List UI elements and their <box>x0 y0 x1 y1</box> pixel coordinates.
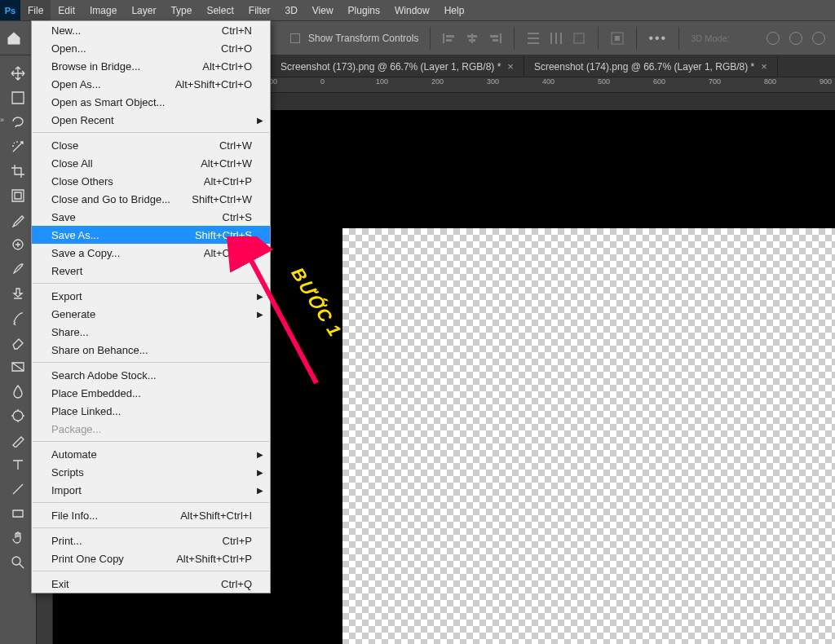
3d-pan-icon[interactable] <box>789 32 802 45</box>
more-icon[interactable]: ••• <box>648 31 667 46</box>
tool-stamp[interactable] <box>6 282 30 304</box>
align-to-icon[interactable] <box>610 31 625 46</box>
menu-item-generate[interactable]: Generate▶ <box>32 305 270 323</box>
svg-rect-14 <box>560 33 562 44</box>
close-icon[interactable]: × <box>761 60 767 73</box>
tool-marquee[interactable] <box>6 86 30 108</box>
tool-gradient[interactable] <box>6 355 30 377</box>
menu-item-close-all[interactable]: Close AllAlt+Ctrl+W <box>32 154 270 172</box>
submenu-arrow-icon: ▶ <box>257 116 263 125</box>
menu-item-close-others[interactable]: Close OthersAlt+Ctrl+P <box>32 172 270 190</box>
menu-item-save[interactable]: SaveCtrl+S <box>32 208 270 226</box>
home-icon[interactable] <box>6 30 22 46</box>
tool-crop[interactable] <box>6 160 30 182</box>
expand-icon[interactable]: » <box>0 116 8 124</box>
align-center-icon[interactable] <box>465 31 479 46</box>
menu-item-open[interactable]: Open...Ctrl+O <box>32 39 270 57</box>
menu-edit[interactable]: Edit <box>51 0 82 20</box>
tool-wand[interactable] <box>6 135 30 157</box>
svg-rect-10 <box>528 37 539 39</box>
tool-move[interactable] <box>6 62 30 84</box>
menu-item-browse-in-bridge[interactable]: Browse in Bridge...Alt+Ctrl+O <box>32 57 270 75</box>
menu-item-label: Open As... <box>51 78 101 90</box>
distribute-icon[interactable] <box>526 31 541 46</box>
menu-item-open-as[interactable]: Open As...Alt+Shift+Ctrl+O <box>32 75 270 93</box>
distribute-v-icon[interactable] <box>572 31 586 46</box>
3d-slide-icon[interactable] <box>812 32 825 45</box>
menu-item-file-info[interactable]: File Info...Alt+Shift+Ctrl+I <box>32 506 270 524</box>
svg-rect-0 <box>443 33 444 43</box>
svg-rect-6 <box>500 33 501 43</box>
menu-item-exit[interactable]: ExitCtrl+Q <box>32 575 270 593</box>
menu-3d[interactable]: 3D <box>277 0 304 20</box>
align-right-icon[interactable] <box>488 31 502 46</box>
menu-item-shortcut: Ctrl+W <box>219 139 252 152</box>
document-tab[interactable]: Screenshot (173).png @ 66.7% (Layer 1, R… <box>271 56 524 77</box>
menu-item-label: Open Recent <box>51 114 114 126</box>
menu-item-search-adobe-stock[interactable]: Search Adobe Stock... <box>32 366 270 384</box>
menu-item-shortcut: Shift+Ctrl+W <box>192 193 252 205</box>
menu-item-export[interactable]: Export▶ <box>32 287 270 305</box>
tool-eraser[interactable] <box>6 331 30 353</box>
menu-layer[interactable]: Layer <box>124 0 163 20</box>
menu-item-share[interactable]: Share... <box>32 323 270 341</box>
align-left-icon[interactable] <box>442 31 457 46</box>
menu-item-print[interactable]: Print...Ctrl+P <box>32 532 270 549</box>
menu-item-save-as[interactable]: Save As...Shift+Ctrl+S <box>32 226 270 244</box>
ruler-tick: 900 <box>820 77 832 86</box>
menu-item-scripts[interactable]: Scripts▶ <box>32 463 270 481</box>
menu-file[interactable]: File <box>20 0 51 20</box>
menu-item-close-and-go-to-bridge[interactable]: Close and Go to Bridge...Shift+Ctrl+W <box>32 190 270 208</box>
tool-type[interactable] <box>6 453 30 475</box>
menu-item-label: Share on Behance... <box>51 344 148 356</box>
tool-brush[interactable] <box>6 258 30 280</box>
menu-item-close[interactable]: CloseCtrl+W <box>32 136 270 154</box>
file-menu-dropdown: New...Ctrl+NOpen...Ctrl+OBrowse in Bridg… <box>31 20 271 593</box>
menu-item-label: Share... <box>51 326 89 338</box>
menu-item-label: Scripts <box>51 466 84 479</box>
tool-history[interactable] <box>6 307 30 329</box>
tool-heal[interactable] <box>6 233 30 255</box>
distribute-h-icon[interactable] <box>549 31 563 46</box>
tool-hand[interactable] <box>6 527 30 549</box>
tool-path[interactable] <box>6 478 30 500</box>
menu-window[interactable]: Window <box>387 0 437 20</box>
menu-item-new[interactable]: New...Ctrl+N <box>32 21 270 39</box>
menu-filter[interactable]: Filter <box>241 0 278 20</box>
tool-dodge[interactable] <box>6 404 30 426</box>
menu-item-label: Print One Copy <box>51 553 124 565</box>
tool-pen[interactable] <box>6 429 30 451</box>
menu-image[interactable]: Image <box>82 0 124 20</box>
menu-item-place-embedded[interactable]: Place Embedded... <box>32 384 270 402</box>
menu-view[interactable]: View <box>305 0 341 20</box>
submenu-arrow-icon: ▶ <box>257 310 263 319</box>
menu-item-revert[interactable]: Revert <box>32 262 270 280</box>
menu-item-automate[interactable]: Automate▶ <box>32 445 270 463</box>
tool-eyedropper[interactable] <box>6 209 30 231</box>
menu-item-label: Place Linked... <box>51 405 121 417</box>
menu-item-open-recent[interactable]: Open Recent▶ <box>32 111 270 129</box>
menu-item-import[interactable]: Import▶ <box>32 481 270 499</box>
tool-zoom[interactable] <box>6 551 30 573</box>
menu-item-save-a-copy[interactable]: Save a Copy...Alt+Ctrl+S <box>32 244 270 262</box>
3d-orbit-icon[interactable] <box>767 32 780 45</box>
divider <box>514 27 515 50</box>
tool-frame[interactable] <box>6 184 30 206</box>
menu-item-print-one-copy[interactable]: Print One CopyAlt+Shift+Ctrl+P <box>32 549 270 567</box>
menu-item-place-linked[interactable]: Place Linked... <box>32 402 270 420</box>
auto-select-checkbox[interactable] <box>290 33 300 43</box>
menu-item-open-as-smart-object[interactable]: Open as Smart Object... <box>32 93 270 111</box>
menu-item-share-on-behance[interactable]: Share on Behance... <box>32 341 270 359</box>
divider <box>430 27 431 50</box>
canvas[interactable] <box>342 228 835 644</box>
tool-rectangle[interactable] <box>6 502 30 524</box>
menu-select[interactable]: Select <box>199 0 241 20</box>
ruler-tick: 500 <box>598 77 610 86</box>
menu-help[interactable]: Help <box>437 0 472 20</box>
menu-plugins[interactable]: Plugins <box>341 0 387 20</box>
tool-blur[interactable] <box>6 380 30 402</box>
document-tab[interactable]: Screenshot (174).png @ 66.7% (Layer 1, R… <box>524 56 778 77</box>
tool-lasso[interactable] <box>6 111 30 133</box>
close-icon[interactable]: × <box>507 60 514 73</box>
menu-type[interactable]: Type <box>163 0 199 20</box>
